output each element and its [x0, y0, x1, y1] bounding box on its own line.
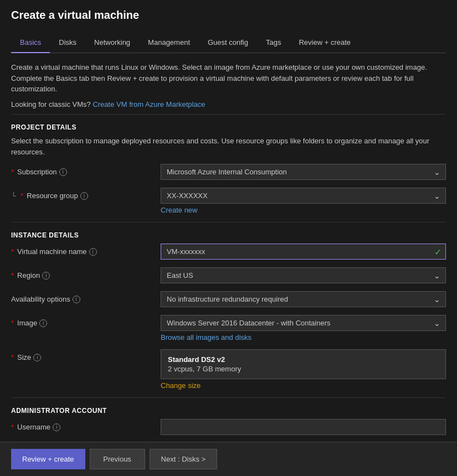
vm-name-info-icon[interactable]: i	[89, 248, 97, 256]
instance-details-header: INSTANCE DETAILS	[11, 231, 446, 239]
size-control: Standard DS2 v2 2 vcpus, 7 GB memory Cha…	[161, 349, 446, 390]
resource-group-control: XX-XXXXXX Create new	[161, 188, 446, 214]
image-select-wrapper: Windows Server 2016 Datacenter - with Co…	[161, 315, 446, 331]
availability-options-select-wrapper: No infrastructure redundancy required Av…	[161, 291, 446, 307]
change-size-link[interactable]: Change size	[161, 381, 201, 390]
footer-bar: Review + create Previous Next : Disks >	[0, 442, 457, 476]
region-info-icon[interactable]: i	[42, 272, 50, 280]
subscription-control: Microsoft Azure Internal Consumption	[161, 164, 446, 180]
image-label: * Image i	[11, 315, 161, 327]
create-new-resource-group-link[interactable]: Create new	[161, 206, 197, 214]
tab-review-create[interactable]: Review + create	[290, 33, 360, 53]
subscription-select-wrapper: Microsoft Azure Internal Consumption	[161, 164, 446, 180]
image-select[interactable]: Windows Server 2016 Datacenter - with Co…	[161, 315, 446, 331]
description-text: Create a virtual machine that runs Linux…	[11, 62, 446, 95]
region-select[interactable]: East US East US 2 West US West Europe	[161, 267, 446, 283]
project-details-desc: Select the subscription to manage deploy…	[11, 136, 446, 157]
availability-options-label: Availability options i	[11, 291, 161, 303]
region-control: East US East US 2 West US West Europe	[161, 267, 446, 283]
image-control: Windows Server 2016 Datacenter - with Co…	[161, 315, 446, 342]
vm-name-row: * Virtual machine name i ✓	[11, 244, 446, 260]
size-info-box: Standard DS2 v2 2 vcpus, 7 GB memory	[161, 349, 446, 379]
subscription-row: * Subscription i Microsoft Azure Interna…	[11, 164, 446, 180]
image-row: * Image i Windows Server 2016 Datacenter…	[11, 315, 446, 342]
subscription-label: * Subscription i	[11, 164, 161, 176]
region-label: * Region i	[11, 267, 161, 280]
vm-name-label: * Virtual machine name i	[11, 244, 161, 256]
tab-guest-config[interactable]: Guest config	[199, 33, 257, 53]
size-details: 2 vcpus, 7 GB memory	[168, 365, 439, 373]
classic-vms-text: Looking for classic VMs? Create VM from …	[11, 99, 446, 110]
tab-tags[interactable]: Tags	[257, 33, 290, 53]
next-disks-button[interactable]: Next : Disks >	[150, 449, 218, 469]
username-label: * Username i	[11, 419, 161, 431]
vm-name-wrapper: ✓	[161, 244, 446, 260]
subscription-info-icon[interactable]: i	[59, 168, 67, 176]
subscription-select[interactable]: Microsoft Azure Internal Consumption	[161, 164, 446, 180]
availability-options-row: Availability options i No infrastructure…	[11, 291, 446, 307]
size-row: * Size i Standard DS2 v2 2 vcpus, 7 GB m…	[11, 349, 446, 390]
previous-button[interactable]: Previous	[90, 449, 145, 469]
review-create-button[interactable]: Review + create	[11, 449, 85, 469]
tab-management[interactable]: Management	[139, 33, 199, 53]
create-vm-marketplace-link[interactable]: Create VM from Azure Marketplace	[93, 100, 205, 108]
username-input[interactable]	[161, 419, 446, 435]
availability-options-control: No infrastructure redundancy required Av…	[161, 291, 446, 307]
username-info-icon[interactable]: i	[53, 423, 60, 431]
resource-group-select-wrapper: XX-XXXXXX	[161, 188, 446, 204]
resource-group-row: └ * Resource group i XX-XXXXXX Create ne…	[11, 188, 446, 214]
tab-disks[interactable]: Disks	[50, 33, 85, 53]
username-control	[161, 419, 446, 435]
vm-name-input[interactable]	[161, 244, 446, 260]
availability-options-select[interactable]: No infrastructure redundancy required Av…	[161, 291, 446, 307]
resource-group-select[interactable]: XX-XXXXXX	[161, 188, 446, 204]
region-row: * Region i East US East US 2 West US Wes…	[11, 267, 446, 283]
size-name: Standard DS2 v2	[168, 355, 439, 364]
admin-account-header: ADMINISTRATOR ACCOUNT	[11, 407, 446, 415]
tab-networking[interactable]: Networking	[85, 33, 139, 53]
page-title: Create a virtual machine	[11, 9, 446, 22]
size-label: * Size i	[11, 349, 161, 361]
size-info-icon[interactable]: i	[33, 354, 41, 361]
tabs-bar: Basics Disks Networking Management Guest…	[11, 33, 446, 53]
username-row: * Username i	[11, 419, 446, 435]
tab-basics[interactable]: Basics	[11, 33, 50, 53]
resource-group-label-area: └ * Resource group i	[11, 188, 161, 200]
resource-group-info-icon[interactable]: i	[80, 192, 88, 200]
region-select-wrapper: East US East US 2 West US West Europe	[161, 267, 446, 283]
availability-options-info-icon[interactable]: i	[73, 296, 80, 303]
vm-name-valid-icon: ✓	[434, 246, 441, 257]
vm-name-control: ✓	[161, 244, 446, 260]
image-info-icon[interactable]: i	[39, 319, 47, 327]
project-details-header: PROJECT DETAILS	[11, 123, 446, 131]
browse-images-link[interactable]: Browse all images and disks	[161, 333, 446, 342]
